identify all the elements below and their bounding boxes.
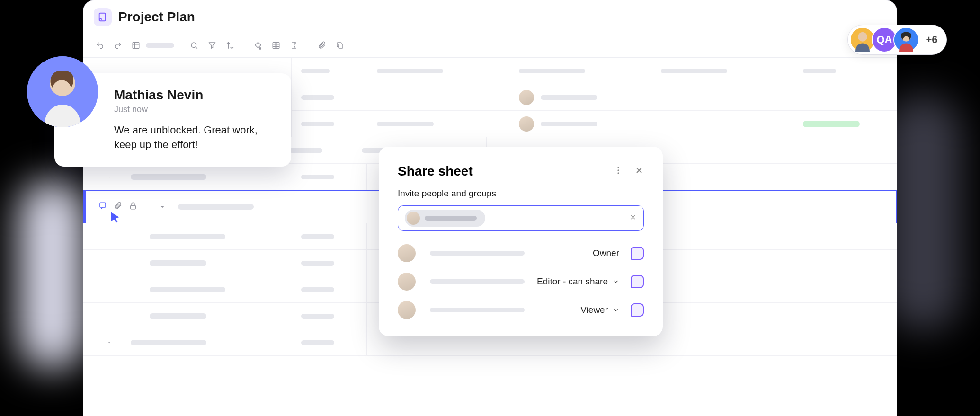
svg-rect-0 [133,42,139,49]
role-selector[interactable]: Editor - can share [537,275,644,288]
comment-icon[interactable] [98,202,107,212]
document-title: Project Plan [118,9,195,25]
toolbar [83,34,897,58]
share-member-row: Viewer [398,301,644,319]
sort-button[interactable] [222,37,238,53]
grid-button[interactable] [268,37,284,53]
presence-overflow[interactable]: +6 [919,27,944,53]
member-avatar [398,244,416,262]
close-icon[interactable] [634,166,644,177]
member-avatar [398,301,416,319]
titlebar: Project Plan [83,0,897,34]
presence-bar[interactable]: QA +6 [847,25,947,55]
fill-button[interactable] [250,37,266,53]
status-badge [803,121,860,127]
share-member-row: Editor - can share [398,273,644,291]
svg-point-8 [858,32,867,42]
comment-author-name: Mathias Nevin [114,88,276,103]
formula-button[interactable] [286,37,302,53]
share-member-row: Owner [398,244,644,262]
share-subtitle: Invite people and groups [398,188,644,199]
app-icon [94,8,112,26]
chevron-down-icon[interactable] [158,203,167,211]
svg-rect-4 [131,205,136,209]
note-icon [631,303,644,317]
svg-rect-3 [339,44,343,48]
cursor-icon [109,211,121,224]
copy-button[interactable] [332,37,348,53]
svg-rect-2 [273,42,279,49]
more-icon[interactable] [614,166,623,177]
clear-icon[interactable] [629,213,637,223]
share-modal: Share sheet Invite people and groups Own… [379,147,663,336]
comment-timestamp: Just now [114,105,276,115]
redo-button[interactable] [110,37,126,53]
chevron-down-icon [613,278,619,285]
presence-avatar[interactable] [893,27,919,53]
svg-point-12 [617,169,619,171]
search-button[interactable] [186,37,202,53]
chevron-down-icon [613,307,619,313]
share-title: Share sheet [398,164,473,179]
attachment-button[interactable] [314,37,330,53]
undo-button[interactable] [92,37,108,53]
svg-point-13 [617,172,619,174]
comment-popup: Mathias Nevin Just now We are unblocked.… [54,73,291,167]
role-selector[interactable]: Viewer [580,303,644,317]
comment-author-avatar [27,56,98,127]
invite-chip[interactable] [405,210,485,227]
note-icon [631,247,644,260]
role-owner: Owner [593,247,644,260]
member-avatar [398,273,416,291]
lock-icon[interactable] [129,202,137,212]
share-invite-input[interactable] [398,205,644,231]
table-button[interactable] [128,37,144,53]
comment-body: We are unblocked. Great work, keep up th… [114,123,276,152]
svg-point-1 [191,43,196,48]
filter-button[interactable] [204,37,220,53]
share-members-list: Owner Editor - can share Viewer [398,244,644,319]
toolbar-placeholder [146,43,174,48]
svg-point-11 [617,167,619,168]
note-icon [631,275,644,288]
